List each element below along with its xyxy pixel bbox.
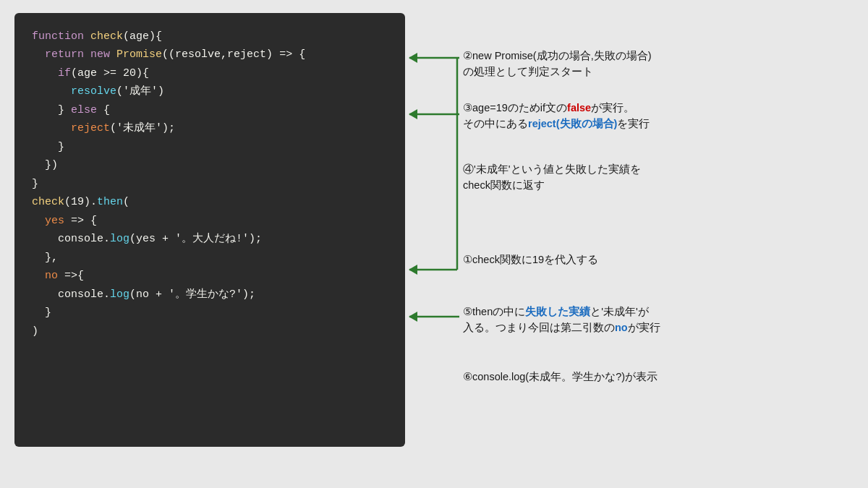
code-token <box>32 288 58 301</box>
annotation-text: ③age=19のためif文のfalseが実行。その中にあるreject(失敗の場… <box>463 100 846 132</box>
code-token: }) <box>32 159 58 171</box>
code-token: log <box>110 233 129 245</box>
code-token: } <box>32 104 71 116</box>
arrows-svg <box>405 13 854 476</box>
svg-marker-3 <box>409 109 417 119</box>
code-line: } <box>32 304 388 322</box>
annotation-item: ⑤thenの中に失敗した実績と'未成年'が入る。つまり今回は第二引数のnoが実行 <box>463 304 846 336</box>
code-token: (no + '。学生かな?'); <box>129 288 255 301</box>
code-token <box>32 85 71 98</box>
code-token <box>110 48 116 61</box>
code-token: return <box>45 48 84 61</box>
code-token: } <box>32 307 51 319</box>
code-token: => { <box>64 215 97 227</box>
code-line: } <box>32 175 388 194</box>
code-token: }, <box>32 252 58 264</box>
code-token <box>32 270 45 282</box>
code-line: }, <box>32 249 388 267</box>
code-line: console.log(no + '。学生かな?'); <box>32 286 388 304</box>
svg-marker-8 <box>409 312 417 322</box>
code-line: if(age >= 20){ <box>32 64 388 83</box>
code-line: resolve('成年') <box>32 82 388 101</box>
code-token <box>32 67 58 80</box>
main-container: function check(age){ return new Promise(… <box>14 13 854 476</box>
code-token <box>32 233 58 245</box>
code-token: function <box>32 30 84 43</box>
code-line: reject('未成年'); <box>32 119 388 138</box>
svg-marker-6 <box>409 265 417 275</box>
annotation-item: ④'未成年'という値と失敗した実績をcheck関数に返す <box>463 161 846 194</box>
code-token: no <box>45 270 58 282</box>
code-line: } <box>32 138 388 157</box>
annotation-item: ②new Promise(成功の場合,失敗の場合)の処理として判定スタート <box>463 48 846 80</box>
code-block: function check(age){ return new Promise(… <box>32 27 388 341</box>
code-token: else <box>71 104 97 116</box>
code-token: then <box>97 196 123 208</box>
code-token: . <box>103 288 110 301</box>
code-token: Promise <box>116 48 162 61</box>
code-token <box>32 215 45 227</box>
code-token: (age){ <box>123 30 162 43</box>
code-token: } <box>32 141 64 153</box>
code-token: check <box>90 30 123 43</box>
code-token: =>{ <box>58 270 84 282</box>
annotation-text: ⑤thenの中に失敗した実績と'未成年'が入る。つまり今回は第二引数のnoが実行 <box>463 304 846 336</box>
code-line: return new Promise((resolve,reject) => { <box>32 46 388 64</box>
annotation-item: ③age=19のためif文のfalseが実行。その中にあるreject(失敗の場… <box>463 100 846 132</box>
code-token: if <box>58 67 71 80</box>
code-panel: function check(age){ return new Promise(… <box>14 13 405 447</box>
code-line: } else { <box>32 101 388 120</box>
code-token <box>32 48 45 61</box>
annotation-panel: ②new Promise(成功の場合,失敗の場合)の処理として判定スタート③ag… <box>405 13 854 461</box>
code-token: => { <box>273 48 305 61</box>
code-token: (age >= 20){ <box>71 67 149 80</box>
annotation-text: ②new Promise(成功の場合,失敗の場合)の処理として判定スタート <box>463 48 846 80</box>
code-token <box>84 48 90 61</box>
code-token: { <box>97 104 110 116</box>
code-token: resolve <box>71 85 116 98</box>
code-line: }) <box>32 156 388 175</box>
code-token: (yes + '。大人だね!'); <box>129 233 262 245</box>
code-token: yes <box>45 215 64 227</box>
annotation-text: ⑥console.log(未成年。学生かな?)が表示 <box>463 369 846 385</box>
code-token: ((resolve,reject) <box>162 48 273 61</box>
code-token: (19). <box>64 196 97 208</box>
annotation-text: ①check関数に19を代入する <box>463 252 846 267</box>
code-line: function check(age){ <box>32 27 388 46</box>
code-line: console.log(yes + '。大人だね!'); <box>32 230 388 249</box>
code-token: ( <box>123 196 129 208</box>
code-token: } <box>32 178 38 190</box>
code-token: reject <box>71 122 110 134</box>
code-token <box>32 122 71 134</box>
code-token: ('成年') <box>116 85 164 98</box>
code-token: console <box>58 288 103 301</box>
code-line: no =>{ <box>32 267 388 286</box>
code-line: check(19).then( <box>32 193 388 212</box>
code-line: ) <box>32 322 388 341</box>
code-token: check <box>32 196 64 208</box>
annotation-item: ①check関数に19を代入する <box>463 252 846 267</box>
code-token: ('未成年'); <box>110 122 175 134</box>
code-token: new <box>90 48 110 61</box>
annotation-item: ⑥console.log(未成年。学生かな?)が表示 <box>463 369 846 385</box>
code-token: log <box>110 288 129 301</box>
code-token: ) <box>32 325 38 338</box>
code-token: console <box>58 233 103 245</box>
code-line: yes => { <box>32 212 388 231</box>
code-token: . <box>103 233 110 245</box>
svg-marker-1 <box>409 53 417 63</box>
annotation-text: ④'未成年'という値と失敗した実績をcheck関数に返す <box>463 161 846 194</box>
code-token <box>84 30 90 43</box>
